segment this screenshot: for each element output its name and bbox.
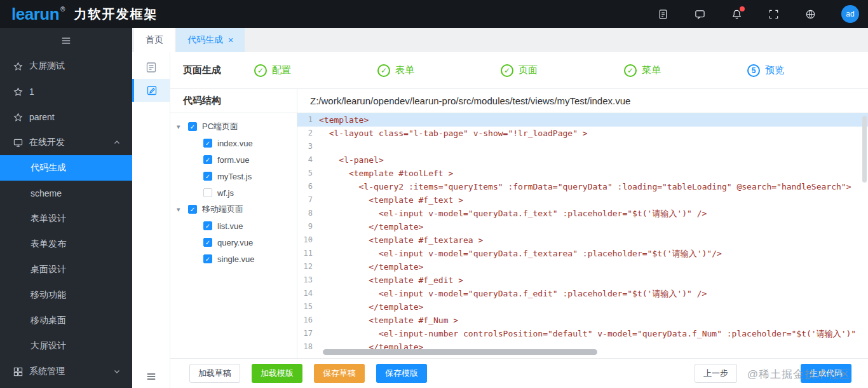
- line-number: 10: [297, 233, 319, 247]
- tree-node-label: 移动端页面: [202, 204, 243, 215]
- checkbox-checked[interactable]: ✓: [203, 254, 212, 263]
- main-sidebar: 大屏测试 1 parent 在线开发 代码生成 scheme 表单设计 表单发布…: [0, 28, 132, 388]
- sidebar-item[interactable]: 1: [0, 79, 132, 104]
- code-line: 3: [297, 140, 868, 153]
- sidebar-item[interactable]: 大屏测试: [0, 53, 132, 79]
- tree-node[interactable]: ✓ form.vue: [170, 151, 297, 168]
- notification-icon[interactable]: [731, 8, 742, 20]
- step-item[interactable]: ✓ 表单: [377, 64, 414, 77]
- code-text: <l-layout class="l-tab-page" v-show="!lr…: [319, 127, 588, 140]
- learun-logo: learun ®: [11, 4, 65, 24]
- vertical-scrollbar[interactable]: [862, 116, 867, 183]
- sidebar-collapse-icon[interactable]: [0, 28, 132, 53]
- code-line: 10 <template #f_textarea >: [297, 233, 868, 247]
- user-avatar[interactable]: ad: [841, 5, 859, 23]
- generate-code-button[interactable]: 生成代码: [801, 364, 851, 383]
- tree-node-label: myTest.js: [217, 172, 252, 181]
- tree-node[interactable]: wf.js: [170, 184, 297, 201]
- sidebar-item-label: 大屏设计: [31, 340, 66, 352]
- code-line: 17 <el-input-number controlsPosition="de…: [297, 327, 868, 340]
- save-draft-button[interactable]: 保存草稿: [314, 364, 365, 383]
- tree-node[interactable]: ✓ myTest.js: [170, 168, 297, 184]
- line-number: 6: [297, 180, 319, 193]
- checkbox-checked[interactable]: ✓: [203, 221, 212, 230]
- checkbox-checked[interactable]: ✓: [203, 238, 212, 247]
- sidebar-menu: 大屏测试 1 parent 在线开发 代码生成 scheme 表单设计 表单发布…: [0, 53, 132, 384]
- sidebar-item[interactable]: 表单发布: [0, 232, 132, 257]
- sidebar-item[interactable]: 移动功能: [0, 282, 132, 308]
- language-icon[interactable]: [804, 8, 816, 20]
- step-item[interactable]: ✓ 页面: [501, 64, 538, 77]
- step-item[interactable]: 5 预览: [747, 64, 784, 77]
- sidebar-item[interactable]: 系统管理: [0, 359, 132, 384]
- tab-item[interactable]: 首页: [134, 28, 175, 52]
- fullscreen-icon[interactable]: [768, 8, 779, 20]
- sidebar-item-label: 系统管理: [29, 366, 65, 377]
- line-number: 1: [297, 113, 319, 127]
- sidebar-item[interactable]: 表单设计: [0, 206, 132, 232]
- sidebar-item[interactable]: scheme: [0, 181, 132, 206]
- step-label: 页面: [519, 64, 538, 76]
- code-editor[interactable]: 1 <template> 2 <l-layout class="l-tab-pa…: [297, 113, 868, 358]
- sidebar-item-label: 1: [29, 87, 34, 97]
- tab-label: 首页: [146, 34, 163, 46]
- sidebar-item[interactable]: 大屏设计: [0, 333, 132, 359]
- tree-node[interactable]: ✓ single.vue: [170, 251, 297, 267]
- monitor-icon: [13, 137, 23, 148]
- code-line: 9 </template>: [297, 220, 868, 233]
- tree-node[interactable]: ✓ index.vue: [170, 135, 297, 151]
- caret-down-icon[interactable]: ▾: [177, 123, 188, 131]
- code-text: <el-input-number controlsPosition="defau…: [319, 327, 856, 340]
- tab-close-icon[interactable]: ×: [228, 36, 233, 45]
- caret-down-icon[interactable]: ▾: [177, 205, 188, 214]
- step-item[interactable]: ✓ 配置: [254, 64, 291, 77]
- sidebar-item[interactable]: 桌面设计: [0, 257, 132, 282]
- star-icon: [13, 61, 23, 71]
- message-icon[interactable]: [694, 8, 705, 20]
- code-editor-icon[interactable]: [132, 79, 170, 102]
- checkbox-checked[interactable]: ✓: [203, 155, 212, 164]
- code-text: <el-input v-model="queryData.f_text" :pl…: [319, 207, 707, 220]
- load-template-button[interactable]: 加载模版: [252, 364, 302, 383]
- step-item[interactable]: ✓ 菜单: [624, 64, 661, 77]
- sidebar-item[interactable]: 代码生成: [0, 155, 132, 181]
- code-line: 6 <l-query2 :items="queryItems" :formDat…: [297, 180, 868, 193]
- sidebar-item[interactable]: 在线开发: [0, 130, 132, 155]
- load-draft-button[interactable]: 加载草稿: [189, 364, 240, 383]
- checkbox-checked[interactable]: ✓: [188, 205, 197, 214]
- tree-node-label: list.vue: [217, 221, 243, 231]
- tree-node-label: index.vue: [217, 139, 253, 148]
- save-template-button[interactable]: 保存模版: [376, 364, 427, 383]
- checkbox-checked[interactable]: ✓: [188, 122, 197, 131]
- star-icon: [13, 112, 23, 122]
- line-number: 11: [297, 247, 319, 260]
- line-number: 7: [297, 193, 319, 207]
- tree-node[interactable]: ✓ query.vue: [170, 234, 297, 251]
- code-line: 11 <el-input v-model="queryData.f_textar…: [297, 247, 868, 260]
- checkbox-unchecked[interactable]: [203, 188, 212, 197]
- horizontal-scrollbar[interactable]: [323, 349, 597, 355]
- line-number: 9: [297, 220, 319, 233]
- form-designer-icon[interactable]: [132, 56, 170, 79]
- file-add-icon[interactable]: [657, 8, 668, 20]
- sidebar-item[interactable]: parent: [0, 104, 132, 130]
- footer-right-buttons: 上一步生成代码: [695, 364, 868, 383]
- rail-collapse-icon[interactable]: [132, 371, 170, 382]
- tab-bar: 首页 代码生成 ×: [132, 28, 868, 52]
- logo-text: learun: [11, 4, 59, 24]
- tab-item[interactable]: 代码生成 ×: [176, 28, 245, 52]
- code-text: <template #f_text >: [319, 193, 463, 207]
- tree-node[interactable]: ✓ list.vue: [170, 218, 297, 234]
- sidebar-item[interactable]: 移动桌面: [0, 308, 132, 333]
- code-line: 2 <l-layout class="l-tab-page" v-show="!…: [297, 127, 868, 140]
- sidebar-item-label: 大屏测试: [29, 60, 65, 72]
- checkbox-checked[interactable]: ✓: [203, 139, 212, 148]
- tree-node[interactable]: ▾ ✓ PC端页面: [170, 118, 297, 135]
- tree-node[interactable]: ▾ ✓ 移动端页面: [170, 201, 297, 218]
- code-line: 8 <el-input v-model="queryData.f_text" :…: [297, 207, 868, 220]
- prev-step-button[interactable]: 上一步: [695, 364, 737, 383]
- line-number: 18: [297, 340, 319, 354]
- code-structure-title: 代码结构: [170, 89, 297, 113]
- line-number: 13: [297, 274, 319, 287]
- checkbox-checked[interactable]: ✓: [203, 172, 212, 181]
